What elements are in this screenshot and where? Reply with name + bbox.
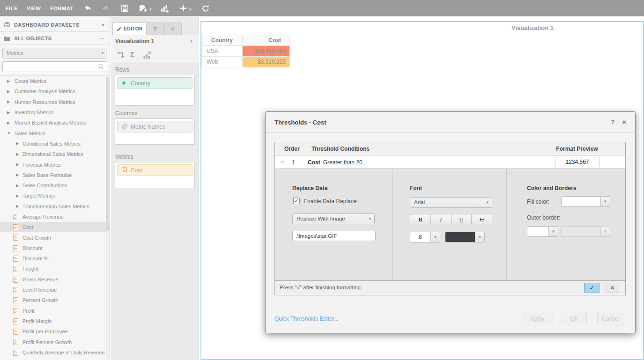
insert-icon[interactable] <box>179 4 188 13</box>
menu-format[interactable]: FORMAT <box>50 0 74 17</box>
expand-arrow-icon[interactable]: ▶ <box>7 100 10 104</box>
grid-cost-cell[interactable]: $26,410,860 <box>243 46 290 57</box>
add-visualization-icon[interactable] <box>160 4 169 13</box>
refresh-icon[interactable] <box>201 4 210 13</box>
close-icon[interactable]: × <box>622 118 626 126</box>
insert-caret-icon[interactable]: ▾ <box>189 7 192 12</box>
tree-item-target-metrics[interactable]: ▶Target Metrics <box>0 191 110 201</box>
chip-country[interactable]: ◆Country <box>117 77 192 89</box>
fill-color-caret-icon[interactable]: ▾ <box>601 196 610 207</box>
add-data-icon[interactable] <box>138 4 147 13</box>
italic-button[interactable]: I <box>431 214 452 225</box>
expand-arrow-icon[interactable]: ▶ <box>7 121 10 125</box>
tree-item-count-metrics[interactable]: ▶Count Metrics <box>0 76 110 86</box>
chip-metric-names[interactable]: Metric Names <box>117 121 192 132</box>
tree-scrollbar[interactable] <box>106 76 109 360</box>
tree-item-gross-revenue[interactable]: Gross Revenue <box>0 274 110 285</box>
font-size-caret-icon[interactable]: ▾ <box>431 232 440 242</box>
tree-item-forecast-metrics[interactable]: ▶Forecast Metrics <box>0 159 110 169</box>
tree-item-discount[interactable]: Discount % <box>0 253 110 264</box>
expand-arrow-icon[interactable]: ▶ <box>16 204 19 208</box>
datasets-caret-icon[interactable]: ▾ <box>102 22 104 28</box>
grid-row-web[interactable]: Web$3,319,225 <box>202 57 290 67</box>
all-objects-header[interactable]: ALL OBJECTS — <box>0 32 110 45</box>
tree-item-customer-analysis-metrics[interactable]: ▶Customer Analysis Metrics <box>0 86 110 96</box>
swap-axes-icon[interactable] <box>116 51 126 62</box>
tree-item-sales-contributions[interactable]: ▶Sales Contributions <box>0 180 110 191</box>
tree-item-sales-metrics[interactable]: ▼Sales Metrics <box>0 128 110 138</box>
tree-item-market-basket-analysis-metrics[interactable]: ▶Market Basket Analysis Metrics <box>0 118 110 128</box>
confirm-format-button[interactable]: ✓ <box>584 283 600 293</box>
expand-arrow-icon[interactable]: ▶ <box>16 141 19 146</box>
grid-col-header-cost[interactable]: Cost <box>243 35 290 46</box>
add-data-caret-icon[interactable]: ▾ <box>149 7 152 12</box>
border-style-select[interactable]: ▾ <box>527 226 558 237</box>
totals-icon[interactable]: Σ <box>130 50 134 58</box>
expand-arrow-icon[interactable]: ▶ <box>16 194 19 198</box>
expand-arrow-icon[interactable]: ▶ <box>16 162 19 167</box>
undo-icon[interactable] <box>83 4 92 13</box>
font-color-select[interactable]: ▾ <box>445 232 485 242</box>
tree-item-discount[interactable]: Discount <box>0 243 110 253</box>
strikethrough-button[interactable]: U <box>472 214 492 225</box>
search-input[interactable] <box>3 62 96 71</box>
grid-row-header[interactable]: Web <box>202 57 243 67</box>
cancel-button[interactable]: Cancel <box>597 313 624 325</box>
tree-item-transformation-sales-metrics[interactable]: ▶Transformation Sales Metrics <box>0 201 110 212</box>
menu-view[interactable]: VIEW <box>27 0 41 17</box>
collapse-arrow-icon[interactable]: ▼ <box>7 131 11 135</box>
grid-col-header-country[interactable]: Country <box>202 35 243 46</box>
grid-visualization[interactable]: Country Cost USA$26,410,860Web$3,319,225 <box>201 35 290 67</box>
tree-scrollbar-thumb[interactable] <box>106 77 109 231</box>
expand-arrow-icon[interactable]: ▶ <box>7 79 10 83</box>
tree-item-dimensional-sales-metrics[interactable]: ▶Dimensional Sales Metrics <box>0 149 110 159</box>
quick-thresholds-editor-link[interactable]: Quick Thresholds Editor... <box>274 316 339 322</box>
tree-item-conditional-sales-metrics[interactable]: ▶Conditional Sales Metrics <box>0 139 110 149</box>
grid-row-usa[interactable]: USA$26,410,860 <box>202 46 290 57</box>
image-path-input[interactable] <box>292 231 376 241</box>
tree-item-freight[interactable]: Freight <box>0 264 110 274</box>
collapse-panel-icon[interactable]: — <box>99 36 104 41</box>
font-family-select[interactable]: Arial ▾ <box>410 197 492 208</box>
font-size-select[interactable]: 8 ▾ <box>410 232 440 242</box>
tree-item-percent-growth[interactable]: Percent Growth <box>0 295 110 305</box>
expand-arrow-icon[interactable]: ▶ <box>16 173 19 177</box>
tab-settings[interactable] <box>164 22 182 35</box>
fill-color-select[interactable]: ▾ <box>561 196 610 207</box>
tree-item-quarterly-average-of-daily-revenue[interactable]: Quarterly Average of Daily Revenue <box>0 347 110 358</box>
apply-button[interactable]: Apply <box>522 313 553 325</box>
tree-item-profit-margin[interactable]: Profit Margin <box>0 316 110 326</box>
tree-item-sales-base-formulae[interactable]: ▶Sales Base Formulae <box>0 170 110 180</box>
font-color-caret-icon[interactable]: ▾ <box>475 232 485 242</box>
drag-handle-icon[interactable]: ≡ <box>281 157 284 165</box>
object-search[interactable] <box>2 61 107 72</box>
expand-arrow-icon[interactable]: ▶ <box>7 110 10 115</box>
ok-button[interactable]: OK <box>562 313 587 325</box>
expand-arrow-icon[interactable]: ▶ <box>7 89 10 94</box>
help-icon[interactable]: ? <box>611 119 614 125</box>
chip-cost[interactable]: Cost <box>117 164 192 176</box>
rows-zone[interactable]: ◆Country <box>115 75 195 106</box>
columns-zone[interactable]: Metric Names <box>115 118 195 145</box>
underline-button[interactable]: U <box>452 214 472 225</box>
metrics-zone[interactable]: Cost <box>115 162 195 188</box>
threshold-row[interactable]: ≡ 1 CostGreater than 20 1234.567 <box>275 155 625 169</box>
tree-item-average-revenue[interactable]: Average Revenue <box>0 212 110 222</box>
expand-arrow-icon[interactable]: ▶ <box>16 152 19 156</box>
dashboard-datasets-header[interactable]: DASHBOARD DATASETS ▾ <box>0 18 110 32</box>
threshold-condition[interactable]: CostGreater than 20 <box>308 159 363 166</box>
replace-mode-select[interactable]: Replace With Image ▾ <box>292 213 375 224</box>
tree-item-human-resources-metrics[interactable]: ▶Human Resources Metrics <box>0 97 110 107</box>
grid-cost-cell[interactable]: $3,319,225 <box>243 57 290 67</box>
grid-row-header[interactable]: USA <box>202 46 243 57</box>
object-type-select[interactable]: Metrics ▾ <box>2 48 107 59</box>
menu-file[interactable]: FILE <box>6 0 18 17</box>
tab-editor[interactable]: EDITOR <box>112 22 146 35</box>
tree-item-level-revenue[interactable]: Level Revenue <box>0 285 110 295</box>
tree-item-profit-percent-growth[interactable]: Profit Percent Growth <box>0 337 110 347</box>
visualization-selector[interactable]: Visualization 1 ▾ <box>111 35 199 48</box>
bold-button[interactable]: B <box>410 214 431 225</box>
discard-format-button[interactable]: × <box>606 283 619 293</box>
format-preview-cell[interactable]: 1234.567 <box>555 157 600 167</box>
tree-item-cost-growth[interactable]: Cost Growth <box>0 232 110 242</box>
